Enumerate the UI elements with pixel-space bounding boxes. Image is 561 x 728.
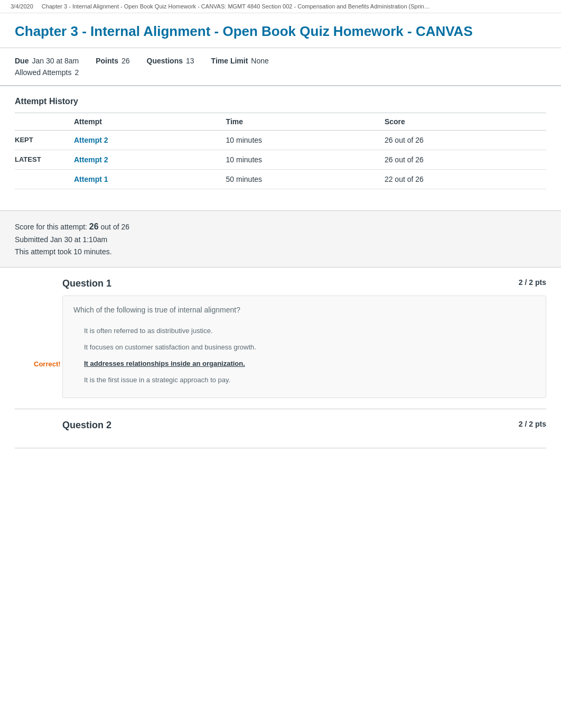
score-line: Score for this attempt: 26 out of 26 bbox=[15, 219, 546, 234]
attempt-table: Attempt Time Score KEPTAttempt 210 minut… bbox=[15, 113, 546, 189]
submitted-text: Submitted Jan 30 at 1:10am bbox=[15, 234, 546, 246]
attempt-time: 50 minutes bbox=[220, 169, 378, 189]
due-label: Due bbox=[15, 57, 29, 65]
attempt-score: 22 out of 26 bbox=[378, 169, 546, 189]
attempt-link-cell[interactable]: Attempt 2 bbox=[68, 130, 220, 150]
answer-option: It is the first issue in a strategic app… bbox=[73, 372, 535, 388]
table-row: LATESTAttempt 210 minutes26 out of 26 bbox=[15, 150, 546, 169]
attempt-row-label: KEPT bbox=[15, 130, 68, 150]
attempt-link-cell[interactable]: Attempt 1 bbox=[68, 169, 220, 189]
due-value: Jan 30 at 8am bbox=[32, 57, 79, 65]
time-limit-label: Time Limit bbox=[211, 57, 248, 65]
attempt-link[interactable]: Attempt 2 bbox=[74, 155, 108, 164]
question-body: Which of the following is true of intern… bbox=[62, 296, 546, 398]
meta-time-limit: Time Limit None bbox=[211, 57, 269, 65]
score-bold: 26 bbox=[89, 222, 99, 231]
attempt-history-heading: Attempt History bbox=[15, 97, 546, 106]
col-score-header: Score bbox=[378, 113, 546, 130]
answer-options: It is often referred to as distributive … bbox=[73, 322, 535, 388]
table-row: KEPTAttempt 210 minutes26 out of 26 bbox=[15, 130, 546, 150]
points-value: 26 bbox=[121, 57, 130, 65]
col-empty-header bbox=[15, 113, 68, 130]
attempt-history-section: Attempt History Attempt Time Score KEPTA… bbox=[15, 97, 546, 189]
meta-section: Due Jan 30 at 8am Points 26 Questions 13… bbox=[0, 48, 561, 86]
answer-option: Correct!It addresses relationships insid… bbox=[73, 355, 535, 372]
col-time-header: Time bbox=[220, 113, 378, 130]
questions-value: 13 bbox=[186, 57, 194, 65]
questions-label: Questions bbox=[147, 57, 183, 65]
correct-label: Correct! bbox=[34, 360, 61, 367]
meta-questions: Questions 13 bbox=[147, 57, 194, 65]
allowed-attempts-value: 2 bbox=[74, 68, 79, 77]
answer-option: It is often referred to as distributive … bbox=[73, 322, 535, 339]
col-attempt-header: Attempt bbox=[68, 113, 220, 130]
meta-row-1: Due Jan 30 at 8am Points 26 Questions 13… bbox=[15, 57, 546, 65]
duration-text: This attempt took 10 minutes. bbox=[15, 246, 546, 259]
table-row: Attempt 150 minutes22 out of 26 bbox=[15, 169, 546, 189]
question-title: Question 2 bbox=[62, 420, 111, 431]
score-summary: Score for this attempt: 26 out of 26 Sub… bbox=[0, 210, 561, 268]
meta-allowed-attempts: Allowed Attempts 2 bbox=[15, 68, 546, 77]
attempt-link-cell[interactable]: Attempt 2 bbox=[68, 150, 220, 169]
attempt-link[interactable]: Attempt 2 bbox=[74, 136, 108, 144]
attempt-time: 10 minutes bbox=[220, 150, 378, 169]
page-title: Chapter 3 - Internal Alignment - Open Bo… bbox=[15, 23, 546, 40]
answer-option: It focuses on customer satisfaction and … bbox=[73, 339, 535, 355]
content-area: Attempt History Attempt Time Score KEPTA… bbox=[0, 86, 561, 210]
page-title-section: Chapter 3 - Internal Alignment - Open Bo… bbox=[0, 13, 561, 48]
attempt-time: 10 minutes bbox=[220, 130, 378, 150]
meta-due: Due Jan 30 at 8am bbox=[15, 57, 79, 65]
attempt-score: 26 out of 26 bbox=[378, 130, 546, 150]
questions-area: Question 12 / 2 ptsWhich of the followin… bbox=[0, 268, 561, 448]
breadcrumb: Chapter 3 - Internal Alignment - Open Bo… bbox=[42, 3, 430, 10]
score-rest: out of 26 bbox=[101, 223, 130, 231]
question-block: Question 12 / 2 ptsWhich of the followin… bbox=[15, 268, 546, 409]
question-text: Which of the following is true of intern… bbox=[73, 306, 535, 314]
top-bar-date: 3/4/2020 bbox=[11, 3, 33, 10]
question-header: Question 22 / 2 pts bbox=[15, 420, 546, 431]
points-label: Points bbox=[96, 57, 118, 65]
top-bar: 3/4/2020 Chapter 3 - Internal Alignment … bbox=[0, 0, 561, 13]
attempt-score: 26 out of 26 bbox=[378, 150, 546, 169]
meta-points: Points 26 bbox=[96, 57, 129, 65]
attempt-row-label bbox=[15, 169, 68, 189]
allowed-attempts-label: Allowed Attempts bbox=[15, 68, 71, 77]
attempt-row-label: LATEST bbox=[15, 150, 68, 169]
score-text: Score for this attempt: bbox=[15, 223, 87, 231]
attempt-link[interactable]: Attempt 1 bbox=[74, 175, 108, 183]
question-pts: 2 / 2 pts bbox=[519, 278, 546, 287]
question-title: Question 1 bbox=[62, 278, 111, 289]
time-limit-value: None bbox=[251, 57, 268, 65]
question-block: Question 22 / 2 pts bbox=[15, 409, 546, 448]
question-pts: 2 / 2 pts bbox=[519, 420, 546, 428]
question-header: Question 12 / 2 pts bbox=[15, 278, 546, 289]
